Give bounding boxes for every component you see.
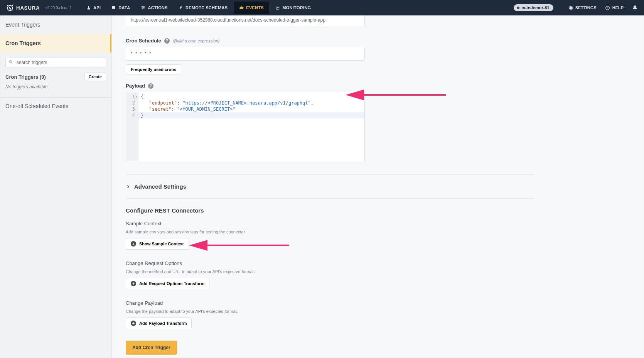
change-request-options-title: Change Request Options: [126, 260, 630, 266]
nav-events[interactable]: EVENTS: [234, 2, 269, 14]
nav-settings[interactable]: SETTINGS: [568, 5, 597, 10]
nav-label: DATA: [118, 5, 130, 10]
line-number: 3: [127, 106, 137, 112]
change-payload-desc: Change the payload to adapt to your API'…: [126, 309, 630, 314]
button-label: Show Sample Context: [139, 241, 184, 246]
cron-schedule-input[interactable]: [126, 47, 365, 61]
svg-point-6: [607, 8, 608, 9]
cron-triggers-count-label: Cron Triggers (0): [5, 74, 46, 80]
bell-icon: [632, 5, 638, 11]
help-icon[interactable]: ?: [148, 83, 153, 89]
plus-circle-icon: +: [131, 281, 136, 286]
help-icon[interactable]: ?: [164, 38, 170, 44]
line-number: 4: [127, 112, 137, 118]
help-circle-icon: [605, 5, 610, 10]
cron-schedule-hint[interactable]: (Build a cron expression): [173, 39, 220, 43]
sample-context-desc: Add sample env vars and session vars for…: [126, 230, 630, 234]
chevron-right-icon: [126, 184, 130, 189]
database-icon: [111, 5, 116, 10]
add-cron-trigger-submit-button[interactable]: Add Cron Trigger: [126, 341, 177, 355]
line-number: 1: [127, 94, 137, 100]
sidebar: Event Triggers Cron Triggers Cron Trigge…: [0, 15, 112, 358]
no-triggers-note: No triggers available: [0, 83, 111, 95]
project-name: cute-lemur-81: [522, 5, 550, 10]
nav-label: API: [93, 5, 101, 10]
sample-context-title: Sample Context: [126, 221, 630, 226]
main-content: https://us-central1-websitecloud-352988.…: [112, 15, 644, 358]
nav-monitoring[interactable]: MONITORING: [270, 0, 316, 15]
change-request-options-desc: Change the method and URL to adapt to yo…: [126, 269, 630, 274]
nav-data[interactable]: DATA: [106, 0, 135, 15]
search-triggers-input[interactable]: [5, 57, 106, 68]
sliders-icon: [141, 5, 145, 10]
webhook-url-input[interactable]: https://us-central1-websitecloud-352988.…: [126, 15, 365, 27]
brand-logo: HASURA: [6, 4, 40, 12]
editor-gutter: 1 2 3 4: [126, 92, 138, 161]
project-pill[interactable]: cute-lemur-81: [514, 4, 553, 11]
flask-icon: [86, 5, 91, 10]
sidebar-item-label: Cron Triggers: [5, 40, 41, 46]
hasura-logo-icon: [6, 4, 14, 12]
search-icon: [8, 60, 13, 66]
change-payload-title: Change Payload: [126, 300, 630, 306]
brand-text: HASURA: [16, 5, 40, 11]
frequently-used-crons-button[interactable]: Frequently used crons: [126, 64, 181, 74]
editor-code[interactable]: { "endpoint": "https://<PROJECT_NAME>.ha…: [138, 92, 364, 161]
status-dot-icon: [517, 7, 519, 9]
svg-point-7: [9, 61, 12, 63]
sidebar-item-one-off-events[interactable]: One-off Scheduled Events: [0, 98, 111, 115]
svg-point-3: [143, 7, 144, 8]
rest-connectors-title: Configure REST Connectors: [126, 207, 630, 214]
line-number: 2: [127, 100, 137, 106]
cron-schedule-label: Cron Schedule: [126, 38, 161, 44]
payload-editor[interactable]: 1 2 3 4 { "endpoint": "https://<PROJECT_…: [126, 92, 365, 161]
svg-point-2: [142, 6, 143, 7]
help-label: HELP: [612, 5, 624, 10]
notifications-button[interactable]: [632, 5, 638, 11]
sidebar-item-label: Event Triggers: [5, 22, 40, 28]
add-request-options-transform-button[interactable]: + Add Request Options Transform: [126, 278, 209, 289]
nav-api[interactable]: API: [81, 0, 106, 15]
nav-label: ACTIONS: [148, 5, 168, 10]
plus-circle-icon: +: [131, 321, 136, 326]
button-label: Add Payload Transform: [139, 321, 187, 326]
add-payload-transform-button[interactable]: + Add Payload Transform: [126, 317, 192, 329]
create-cron-trigger-button[interactable]: Create: [84, 73, 106, 81]
sidebar-item-cron-triggers[interactable]: Cron Triggers: [0, 34, 111, 52]
nav-actions[interactable]: ACTIONS: [135, 0, 173, 15]
advanced-settings-toggle[interactable]: Advanced Settings: [126, 175, 630, 198]
button-label: Add Request Options Transform: [139, 281, 204, 286]
sidebar-item-event-triggers[interactable]: Event Triggers: [0, 15, 111, 34]
top-nav: HASURA v2.20.0-cloud.1 API DATA ACTIONS: [0, 0, 644, 15]
plug-icon: [179, 5, 183, 10]
svg-point-4: [142, 8, 143, 9]
version-label: v2.20.0-cloud.1: [46, 6, 72, 10]
sidebar-item-label: One-off Scheduled Events: [5, 103, 68, 109]
plus-circle-icon: +: [131, 241, 136, 247]
settings-label: SETTINGS: [575, 5, 597, 10]
chart-icon: [275, 5, 280, 10]
annotation-arrow-request-options: [189, 235, 289, 256]
payload-label: Payload: [126, 83, 145, 89]
cloud-icon: [239, 5, 244, 10]
nav-help[interactable]: HELP: [605, 5, 624, 10]
advanced-settings-label: Advanced Settings: [134, 183, 186, 190]
gear-icon: [568, 5, 573, 10]
show-sample-context-button[interactable]: + Show Sample Context: [126, 238, 189, 250]
nav-label: REMOTE SCHEMAS: [185, 5, 228, 10]
nav-remote-schemas[interactable]: REMOTE SCHEMAS: [173, 0, 233, 15]
nav-label: MONITORING: [282, 5, 311, 10]
nav-label: EVENTS: [246, 5, 264, 10]
